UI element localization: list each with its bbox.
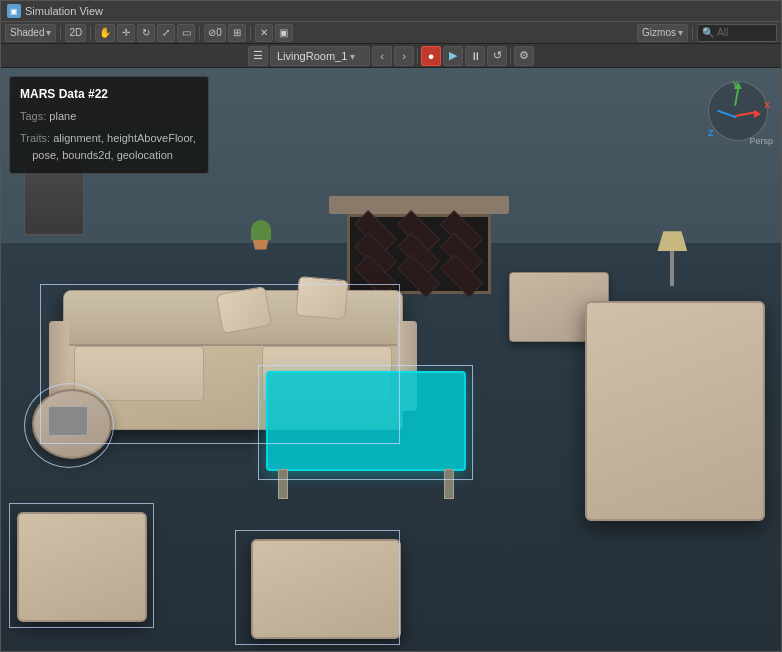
info-panel: MARS Data #22 Tags: plane Traits: alignm… — [9, 76, 209, 174]
toolbar-sep-4 — [250, 26, 251, 40]
axis-y-arrow — [734, 82, 742, 89]
plant-pot — [253, 240, 269, 250]
window-title: Simulation View — [25, 5, 103, 17]
step-button[interactable]: ↺ — [487, 46, 507, 66]
lamp-pole — [670, 251, 674, 286]
rotate-tool-button[interactable]: ↻ — [137, 24, 155, 42]
gizmos-chevron — [678, 27, 683, 38]
scene-armchair-bottom — [251, 539, 401, 639]
record-button[interactable]: ● — [421, 46, 441, 66]
scene-pillow-2 — [296, 276, 349, 320]
fireplace-body — [347, 214, 491, 294]
toolbar-sep-2 — [90, 26, 91, 40]
shading-mode-label: Shaded — [10, 27, 44, 38]
2d-view-button[interactable]: 2D — [65, 24, 86, 42]
window-icon: ▣ — [7, 4, 21, 18]
rect-tool-button[interactable]: ▭ — [177, 24, 195, 42]
pivot-button[interactable]: ▣ — [275, 24, 293, 42]
search-box[interactable]: 🔍 All — [697, 24, 777, 42]
pause-button[interactable]: ⏸ — [465, 46, 485, 66]
search-icon: 🔍 — [702, 27, 714, 38]
shading-dropdown-chevron — [46, 27, 51, 38]
scene-menu-button[interactable]: ☰ — [248, 46, 268, 66]
sofa-cushion-left — [74, 346, 204, 401]
scene-back-button[interactable]: ‹ — [372, 46, 392, 66]
viewport[interactable]: MARS Data #22 Tags: plane Traits: alignm… — [1, 68, 781, 651]
scene-name-dropdown[interactable]: LivingRoom_1 — [270, 46, 370, 66]
scene-laptop — [48, 406, 88, 436]
scene-lamp — [657, 231, 687, 291]
fireplace-mantle — [329, 196, 509, 214]
persp-label: Persp — [749, 136, 773, 146]
info-title: MARS Data #22 — [20, 85, 198, 104]
scene-plant — [251, 220, 271, 250]
scene-armchair-left — [17, 512, 147, 622]
info-traits-label: Traits: — [20, 132, 50, 144]
move-tool-button[interactable]: ✛ — [117, 24, 135, 42]
search-placeholder: All — [717, 27, 728, 38]
plant-leaves — [251, 220, 271, 240]
play-button[interactable]: ▶ — [443, 46, 463, 66]
record-icon: ● — [428, 50, 435, 62]
shading-mode-dropdown[interactable]: Shaded — [5, 24, 56, 42]
toolbar-sep-3 — [199, 26, 200, 40]
grid-button[interactable]: ⊞ — [228, 24, 246, 42]
simulation-view-window: ▣ Simulation View Shaded 2D ✋ ✛ ↻ ⤢ ▭ ⊘0… — [0, 0, 782, 652]
toolbar-sep-5 — [692, 26, 693, 40]
lamp-shade — [657, 231, 687, 251]
coffee-table-leg-tr — [444, 469, 454, 499]
axis-x-arrow — [754, 110, 761, 118]
toolbar-sep-1 — [60, 26, 61, 40]
info-tags-label: Tags: — [20, 110, 46, 122]
move2-button[interactable]: ✕ — [255, 24, 273, 42]
scene-canvas: MARS Data #22 Tags: plane Traits: alignm… — [1, 68, 781, 651]
scale-tool-button[interactable]: ⤢ — [157, 24, 175, 42]
fireplace-grid — [355, 222, 483, 286]
scene-name-chevron — [350, 50, 355, 62]
axis-gizmo: Y X Z Persp — [703, 76, 773, 146]
main-toolbar: Shaded 2D ✋ ✛ ↻ ⤢ ▭ ⊘0 ⊞ ✕ ▣ Gizmos 🔍 Al… — [1, 22, 781, 44]
scene-sep-2 — [510, 48, 511, 64]
gizmos-label: Gizmos — [642, 27, 676, 38]
axis-z-label: Z — [708, 128, 714, 138]
info-tags-row: Tags: plane — [20, 108, 198, 126]
scene-sofa-right — [585, 301, 765, 521]
title-bar: ▣ Simulation View — [1, 1, 781, 22]
scene-coffee-table — [266, 371, 466, 471]
layers-button[interactable]: ⊘0 — [204, 24, 226, 42]
scene-forward-button[interactable]: › — [394, 46, 414, 66]
coffee-table-leg-tl — [278, 469, 288, 499]
scene-name-label: LivingRoom_1 — [277, 50, 347, 62]
scene-pillow-1 — [216, 285, 272, 333]
axis-x-label: X — [764, 100, 770, 110]
hand-tool-button[interactable]: ✋ — [95, 24, 115, 42]
info-traits-row: Traits: alignment, heightAboveFloor, pos… — [20, 130, 198, 165]
info-tags-value: plane — [49, 110, 76, 122]
scene-toolbar: ☰ LivingRoom_1 ‹ › ● ▶ ⏸ ↺ ⚙ — [1, 44, 781, 68]
scene-settings-button[interactable]: ⚙ — [514, 46, 534, 66]
gizmos-dropdown[interactable]: Gizmos — [637, 24, 688, 42]
scene-sep-1 — [417, 48, 418, 64]
